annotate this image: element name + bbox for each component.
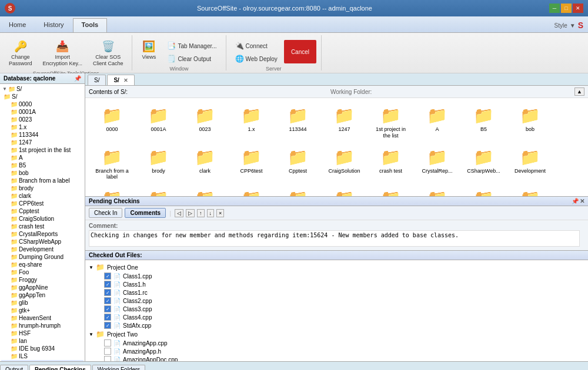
sidebar-item-ggAppNine[interactable]: 📁ggAppNine bbox=[1, 284, 83, 291]
expand-proj-0[interactable]: ▼ bbox=[89, 265, 93, 270]
folder-item-8[interactable]: 📁B5 bbox=[462, 103, 506, 142]
sidebar-item-113344[interactable]: 📁113344 bbox=[1, 131, 83, 139]
sidebar-item-ILS[interactable]: 📁ILS bbox=[1, 352, 83, 360]
web-deploy-button[interactable]: 🌐 Web Deploy bbox=[231, 53, 282, 65]
sidebar-item-ggAppTen[interactable]: 📁ggAppTen bbox=[1, 291, 83, 299]
sidebar-item-1x[interactable]: 📁1.x bbox=[1, 123, 83, 131]
sidebar-item-1247[interactable]: 📁1247 bbox=[1, 139, 83, 146]
checkbox-0-5[interactable]: ✓ bbox=[104, 314, 111, 321]
folder-item-20[interactable]: 📁Dumping Ground bbox=[90, 186, 134, 196]
folder-item-16[interactable]: 📁crash test bbox=[369, 144, 413, 184]
comments-button[interactable]: Comments bbox=[125, 208, 166, 218]
folder-item-15[interactable]: 📁CraigSolution bbox=[322, 144, 366, 184]
pin-button[interactable]: 📌 bbox=[572, 198, 579, 204]
sidebar-item-root[interactable]: 📁S/ bbox=[1, 93, 83, 100]
sidebar-item-Development[interactable]: 📁Development bbox=[1, 245, 83, 253]
views-button[interactable]: 🖼️ Views bbox=[137, 38, 161, 62]
clear-output-button[interactable]: 🗒️ Clear Output bbox=[163, 53, 220, 65]
sidebar-item-CPP6test[interactable]: 📁CPP6test bbox=[1, 200, 83, 207]
sidebar-item-IronChicken[interactable]: 📁Iron Chicken bbox=[1, 360, 83, 361]
bottom-tab-working-folders[interactable]: Working Folders bbox=[92, 365, 146, 370]
folder-item-4[interactable]: 📁113344 bbox=[276, 103, 320, 142]
content-tab-s[interactable]: S/ bbox=[88, 75, 106, 85]
folder-item-1[interactable]: 📁0001A bbox=[136, 103, 181, 142]
sidebar-item-hrumph[interactable]: 📁hrumph-hrumph bbox=[1, 322, 83, 329]
checkbox-1-2[interactable] bbox=[104, 356, 111, 361]
sidebar-item-CSharpWebApp[interactable]: 📁CSharpWebApp bbox=[1, 238, 83, 245]
tab-tools[interactable]: Tools bbox=[73, 18, 108, 32]
expand-icon[interactable]: ▼ bbox=[2, 86, 7, 92]
sidebar-item-Ian[interactable]: 📁Ian bbox=[1, 337, 83, 345]
folder-item-25[interactable]: 📁ggAppTen bbox=[322, 186, 366, 196]
checkbox-1-0[interactable] bbox=[104, 339, 111, 347]
file-item-0-3[interactable]: ✓📄Class2.cpp bbox=[88, 297, 586, 305]
folder-item-21[interactable]: 📁eq-share bbox=[136, 186, 181, 196]
folder-item-27[interactable]: 📁gtk+ bbox=[415, 186, 459, 196]
sidebar-item-brody[interactable]: 📁brody bbox=[1, 184, 83, 192]
file-item-0-1[interactable]: ✓📄Class1.h bbox=[88, 280, 586, 288]
pending-btn-5[interactable]: × bbox=[216, 209, 224, 217]
folder-item-19[interactable]: 📁Development bbox=[508, 144, 552, 184]
sidebar-item-Froggy[interactable]: 📁Froggy bbox=[1, 276, 83, 284]
project-item-1[interactable]: ▼📁Project Two bbox=[88, 329, 586, 339]
sidebar-item-0023[interactable]: 📁0023 bbox=[1, 116, 83, 123]
pending-btn-1[interactable]: ◁ bbox=[175, 209, 183, 217]
pending-btn-4[interactable]: ↓ bbox=[207, 209, 215, 217]
sidebar-item-0000[interactable]: 📁0000 bbox=[1, 100, 83, 108]
checkbox-1-1[interactable] bbox=[104, 348, 111, 355]
checkbox-0-1[interactable]: ✓ bbox=[104, 281, 111, 288]
clear-sos-button[interactable]: 🗑️ Clear SOSClient Cache bbox=[89, 38, 128, 69]
tree-item-root[interactable]: ▼ 📁 S/ bbox=[1, 85, 83, 93]
sidebar-item-clark[interactable]: 📁clark bbox=[1, 192, 83, 200]
cancel-button[interactable]: Cancel bbox=[284, 40, 316, 63]
folder-item-17[interactable]: 📁CrystalRep... bbox=[415, 144, 459, 184]
connect-button[interactable]: 🔌 Connect bbox=[231, 40, 282, 52]
pending-btn-2[interactable]: ▷ bbox=[186, 209, 195, 217]
file-item-0-0[interactable]: ✓📄Class1.cpp bbox=[88, 272, 586, 280]
sidebar-item-B5[interactable]: 📁B5 bbox=[1, 162, 83, 169]
bottom-tab-pending[interactable]: Pending Checkins bbox=[29, 365, 91, 370]
sidebar-item-DumpingGround[interactable]: 📁Dumping Ground bbox=[1, 253, 83, 261]
expand-proj-1[interactable]: ▼ bbox=[89, 332, 93, 337]
file-item-1-0[interactable]: 📄AmazingApp.cpp bbox=[88, 339, 586, 347]
sidebar-item-Cpptest[interactable]: 📁Cpptest bbox=[1, 207, 83, 215]
folder-item-2[interactable]: 📁0023 bbox=[183, 103, 227, 142]
checkbox-0-3[interactable]: ✓ bbox=[104, 297, 111, 304]
checkbox-0-0[interactable]: ✓ bbox=[104, 273, 111, 280]
style-dropdown-icon[interactable]: ▼ bbox=[570, 22, 576, 29]
folder-item-12[interactable]: 📁clark bbox=[183, 144, 227, 184]
comment-input[interactable] bbox=[89, 230, 580, 247]
folder-item-7[interactable]: 📁A bbox=[415, 103, 459, 142]
folder-item-9[interactable]: 📁bob bbox=[508, 103, 552, 142]
sidebar-item-eq-share[interactable]: 📁eq-share bbox=[1, 261, 83, 268]
file-item-1-1[interactable]: 📄AmazingApp.h bbox=[88, 347, 586, 355]
sidebar-item-IDE-bug[interactable]: 📁IDE bug 6934 bbox=[1, 345, 83, 352]
folder-item-0[interactable]: 📁0000 bbox=[90, 103, 134, 142]
maximize-button[interactable]: □ bbox=[561, 4, 572, 13]
checkbox-0-2[interactable]: ✓ bbox=[104, 289, 111, 296]
file-item-0-2[interactable]: ✓📄Class1.rc bbox=[88, 288, 586, 297]
sidebar-item-HeavenSent[interactable]: 📁HeavenSent bbox=[1, 314, 83, 322]
checkbox-0-6[interactable]: ✓ bbox=[104, 322, 111, 329]
sidebar-item-HSF[interactable]: 📁HSF bbox=[1, 329, 83, 337]
checkbox-0-4[interactable]: ✓ bbox=[104, 305, 111, 312]
content-tab-active[interactable]: S/ ✕ bbox=[107, 75, 134, 85]
folder-item-26[interactable]: 📁glib bbox=[369, 186, 413, 196]
folder-item-23[interactable]: 📁Froggy bbox=[229, 186, 273, 196]
tab-home[interactable]: Home bbox=[0, 18, 35, 32]
sidebar-item-CraigSolution[interactable]: 📁CraigSolution bbox=[1, 215, 83, 223]
change-password-button[interactable]: 🔑 ChangePassword bbox=[5, 38, 36, 69]
folder-item-11[interactable]: 📁brody bbox=[136, 144, 181, 184]
scroll-up-btn[interactable]: ▲ bbox=[574, 88, 584, 96]
tab-manager-button[interactable]: 📑 Tab Manager... bbox=[163, 40, 220, 52]
sidebar-pin[interactable]: 📌 bbox=[74, 75, 81, 82]
tab-history[interactable]: History bbox=[35, 18, 72, 32]
sidebar-item-Foo[interactable]: 📁Foo bbox=[1, 268, 83, 276]
pending-btn-3[interactable]: ↑ bbox=[197, 209, 205, 217]
file-item-0-6[interactable]: ✓📄StdAfx.cpp bbox=[88, 321, 586, 329]
folder-item-6[interactable]: 📁1st project in the list bbox=[369, 103, 413, 142]
close-section-button[interactable]: ✕ bbox=[580, 198, 584, 204]
project-item-0[interactable]: ▼📁Project One bbox=[88, 263, 586, 272]
folder-item-24[interactable]: 📁ggAppNine bbox=[276, 186, 320, 196]
tab-close-icon[interactable]: ✕ bbox=[123, 78, 128, 83]
